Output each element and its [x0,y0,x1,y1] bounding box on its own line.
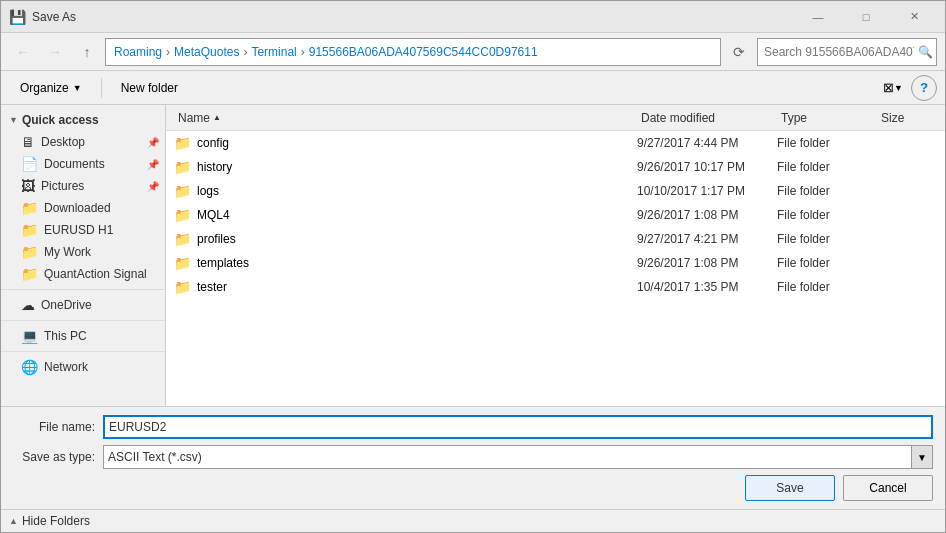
refresh-button[interactable]: ⟳ [725,38,753,66]
quick-access-label: Quick access [22,113,99,127]
mywork-icon: 📁 [21,244,38,260]
file-type-cell: File folder [777,280,877,294]
column-header-date[interactable]: Date modified [637,105,777,130]
file-name-cell: 📁 MQL4 [174,207,637,223]
file-type-cell: File folder [777,136,877,150]
file-name-label: logs [197,184,219,198]
file-name-label: config [197,136,229,150]
file-name-cell: 📁 history [174,159,637,175]
pin-icon-pictures: 📌 [147,181,159,192]
folder-icon: 📁 [174,255,191,271]
up-button[interactable]: ↑ [73,38,101,66]
breadcrumb-id[interactable]: 915566BA06ADA407569C544CC0D97611 [309,45,538,59]
back-button[interactable]: ← [9,38,37,66]
quantaction-icon: 📁 [21,266,38,282]
file-date-cell: 9/26/2017 10:17 PM [637,160,777,174]
button-row: Save Cancel [13,475,933,501]
sidebar-item-onedrive[interactable]: ☁ OneDrive [1,294,165,316]
breadcrumb-metaquotes[interactable]: MetaQuotes [174,45,239,59]
filename-input[interactable] [103,415,933,439]
save-button[interactable]: Save [745,475,835,501]
sidebar-item-pictures[interactable]: 🖼 Pictures 📌 [1,175,165,197]
folder-icon: 📁 [174,207,191,223]
file-type-cell: File folder [777,256,877,270]
file-name-cell: 📁 tester [174,279,637,295]
breadcrumb-terminal[interactable]: Terminal [251,45,296,59]
network-icon: 🌐 [21,359,38,375]
title-bar: 💾 Save As — □ ✕ [1,1,945,33]
search-input[interactable] [764,45,914,59]
sidebar-item-thispc[interactable]: 💻 This PC [1,325,165,347]
folder-icon: 📁 [174,135,191,151]
hide-folders-button[interactable]: ▲ Hide Folders [9,514,90,528]
new-folder-button[interactable]: New folder [110,75,189,101]
minimize-button[interactable]: — [795,1,841,33]
filename-row: File name: [13,415,933,439]
file-type-cell: File folder [777,208,877,222]
sidebar-item-documents[interactable]: 📄 Documents 📌 [1,153,165,175]
column-header-type[interactable]: Type [777,105,877,130]
table-row[interactable]: 📁 tester 10/4/2017 1:35 PM File folder [166,275,945,299]
sidebar-item-label-desktop: Desktop [41,135,85,149]
pictures-icon: 🖼 [21,178,35,194]
close-button[interactable]: ✕ [891,1,937,33]
sidebar-item-eurusd[interactable]: 📁 EURUSD H1 [1,219,165,241]
sidebar-item-label-downloaded: Downloaded [44,201,111,215]
file-date-cell: 9/26/2017 1:08 PM [637,208,777,222]
filename-label: File name: [13,420,103,434]
view-button[interactable]: ⊠ ▼ [879,75,907,101]
sidebar-item-label-pictures: Pictures [41,179,84,193]
table-row[interactable]: 📁 MQL4 9/26/2017 1:08 PM File folder [166,203,945,227]
column-header-name[interactable]: Name ▲ [174,105,637,130]
sidebar-item-label-thispc: This PC [44,329,87,343]
hide-folders-row: ▲ Hide Folders [1,509,945,532]
table-row[interactable]: 📁 config 9/27/2017 4:44 PM File folder [166,131,945,155]
sidebar-item-label-network: Network [44,360,88,374]
cancel-button[interactable]: Cancel [843,475,933,501]
search-box: 🔍 [757,38,937,66]
sidebar-divider-2 [1,320,165,321]
file-date-cell: 9/27/2017 4:21 PM [637,232,777,246]
file-area: Name ▲ Date modified Type Size 📁 config [166,105,945,406]
address-box[interactable]: Roaming › MetaQuotes › Terminal › 915566… [105,38,721,66]
sidebar-item-desktop[interactable]: 🖥 Desktop 📌 [1,131,165,153]
organize-button[interactable]: Organize ▼ [9,75,93,101]
file-date-cell: 10/4/2017 1:35 PM [637,280,777,294]
quick-access-header[interactable]: ▼ Quick access [1,109,165,131]
column-header-size[interactable]: Size [877,105,937,130]
window-controls: — □ ✕ [795,1,937,33]
sidebar-divider-3 [1,351,165,352]
file-name-label: profiles [197,232,236,246]
sidebar-item-label-documents: Documents [44,157,105,171]
table-row[interactable]: 📁 history 9/26/2017 10:17 PM File folder [166,155,945,179]
help-button[interactable]: ? [911,75,937,101]
forward-button[interactable]: → [41,38,69,66]
sidebar-item-label-quantaction: QuantAction Signal [44,267,147,281]
hide-folders-label: Hide Folders [22,514,90,528]
table-row[interactable]: 📁 templates 9/26/2017 1:08 PM File folde… [166,251,945,275]
view-icon: ⊠ [883,80,894,95]
table-row[interactable]: 📁 profiles 9/27/2017 4:21 PM File folder [166,227,945,251]
search-icon: 🔍 [918,45,933,59]
maximize-button[interactable]: □ [843,1,889,33]
saveas-row: Save as type: ASCII Text (*.csv) ▼ [13,445,933,469]
table-row[interactable]: 📁 logs 10/10/2017 1:17 PM File folder [166,179,945,203]
thispc-icon: 💻 [21,328,38,344]
chevron-up-icon: ▲ [9,516,18,526]
sidebar-item-label-mywork: My Work [44,245,91,259]
window-title: Save As [32,10,795,24]
window-icon: 💾 [9,9,26,25]
file-name-label: MQL4 [197,208,230,222]
file-list: 📁 config 9/27/2017 4:44 PM File folder 📁… [166,131,945,406]
sidebar-item-downloaded[interactable]: 📁 Downloaded [1,197,165,219]
file-name-label: history [197,160,232,174]
saveas-select[interactable]: ASCII Text (*.csv) [103,445,933,469]
sidebar-item-quantaction[interactable]: 📁 QuantAction Signal [1,263,165,285]
file-list-header: Name ▲ Date modified Type Size [166,105,945,131]
breadcrumb-roaming[interactable]: Roaming [114,45,162,59]
folder-icon: 📁 [174,279,191,295]
sidebar-item-mywork[interactable]: 📁 My Work [1,241,165,263]
sidebar-item-network[interactable]: 🌐 Network [1,356,165,378]
toolbar: Organize ▼ New folder ⊠ ▼ ? [1,71,945,105]
documents-icon: 📄 [21,156,38,172]
